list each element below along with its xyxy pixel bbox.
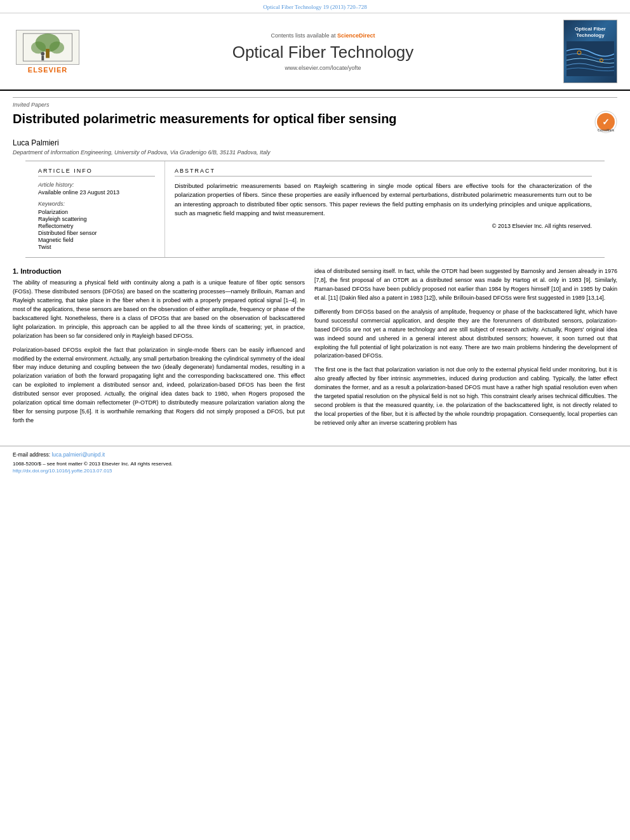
author-name: Luca Palmieri xyxy=(13,138,617,147)
svg-rect-5 xyxy=(46,48,50,57)
svg-text:CrossMark: CrossMark xyxy=(598,128,614,132)
keywords-label: Keywords: xyxy=(38,201,155,207)
author-affiliation: Department of Information Engineering, U… xyxy=(13,149,617,156)
article-meta: Invited Papers Distributed polarimetric … xyxy=(0,91,630,156)
section1-title: 1. Introduction xyxy=(13,267,305,275)
abstract-column: Abstract Distributed polarimetric measur… xyxy=(165,161,592,257)
article-info-heading: Article Info xyxy=(38,168,155,177)
svg-rect-7 xyxy=(41,55,44,60)
history-value: Available online 23 August 2013 xyxy=(38,189,155,196)
body-left-text-1: The ability of measuring a physical fiel… xyxy=(13,279,305,341)
journal-cover-thumbnail: Optical FiberTechnology xyxy=(563,20,617,83)
elsevier-logo-art xyxy=(16,30,79,65)
body-right-column: idea of distributed sensing itself. In f… xyxy=(314,267,617,433)
keyword-3: Reflectometry xyxy=(38,223,155,229)
keyword-6: Twist xyxy=(38,244,155,250)
body-right-text-1: idea of distributed sensing itself. In f… xyxy=(314,267,617,303)
page: Optical Fiber Technology 19 (2013) 720–7… xyxy=(0,0,630,840)
svg-text:✓: ✓ xyxy=(602,117,610,127)
svg-point-4 xyxy=(50,41,64,53)
keyword-2: Rayleigh scattering xyxy=(38,216,155,222)
svg-point-6 xyxy=(41,51,44,55)
journal-reference-text: Optical Fiber Technology 19 (2013) 720–7… xyxy=(263,4,366,10)
author-email[interactable]: luca.palmieri@unipd.it xyxy=(51,451,105,458)
journal-title-display: Optical Fiber Technology xyxy=(89,43,557,62)
info-abstract-columns: Article Info Article history: Available … xyxy=(25,161,605,258)
issn-line: 1068-5200/$ – see front matter © 2013 El… xyxy=(13,461,617,467)
article-info-column: Article Info Article history: Available … xyxy=(38,161,165,257)
doi-line[interactable]: http://dx.doi.org/10.1016/j.yofte.2013.0… xyxy=(13,468,617,474)
science-direct-link[interactable]: ScienceDirect xyxy=(337,32,375,39)
abstract-text: Distributed polarimetric measurements ba… xyxy=(175,182,592,218)
contents-available-line: Contents lists available at ScienceDirec… xyxy=(89,32,557,39)
journal-reference-bar: Optical Fiber Technology 19 (2013) 720–7… xyxy=(0,0,630,13)
article-main-title: Distributed polarimetric measurements fo… xyxy=(13,110,617,133)
email-label: E-mail address: xyxy=(13,451,50,458)
cover-title-text: Optical FiberTechnology xyxy=(575,26,606,38)
keyword-5: Magnetic field xyxy=(38,237,155,243)
body-right-text-3: The first one is the fact that polarizat… xyxy=(314,366,617,428)
journal-header: ELSEVIER Contents lists available at Sci… xyxy=(0,13,630,91)
history-label: Article history: xyxy=(38,182,155,188)
article-info-wrapper: Article Info Article history: Available … xyxy=(13,161,617,258)
body-right-text-2: Differently from DFOSs based on the anal… xyxy=(314,308,617,361)
body-left-text-2: Polarization-based DFOSs exploit the fac… xyxy=(13,346,305,425)
crossmark-icon: ✓ CrossMark xyxy=(594,110,617,133)
contents-text: Contents lists available at xyxy=(271,32,335,39)
elsevier-logo-block: ELSEVIER xyxy=(13,30,83,74)
article-title-text: Distributed polarimetric measurements fo… xyxy=(13,110,397,127)
body-columns: 1. Introduction The ability of measuring… xyxy=(13,267,617,433)
invited-label: Invited Papers xyxy=(13,97,617,108)
abstract-heading: Abstract xyxy=(175,168,592,177)
page-footer: E-mail address: luca.palmieri@unipd.it 1… xyxy=(0,446,630,477)
keyword-4: Distributed fiber sensor xyxy=(38,230,155,236)
email-footnote: E-mail address: luca.palmieri@unipd.it xyxy=(13,451,617,458)
body-left-column: 1. Introduction The ability of measuring… xyxy=(13,267,305,433)
cover-decoration xyxy=(566,41,614,77)
elsevier-name: ELSEVIER xyxy=(28,66,67,74)
journal-url: www.elsevier.com/locate/yofte xyxy=(89,65,557,71)
journal-center-block: Contents lists available at ScienceDirec… xyxy=(89,32,557,71)
copyright-line: © 2013 Elsevier Inc. All rights reserved… xyxy=(175,223,592,229)
keyword-1: Polarization xyxy=(38,209,155,215)
body-section: 1. Introduction The ability of measuring… xyxy=(0,258,630,439)
svg-point-3 xyxy=(31,41,46,53)
